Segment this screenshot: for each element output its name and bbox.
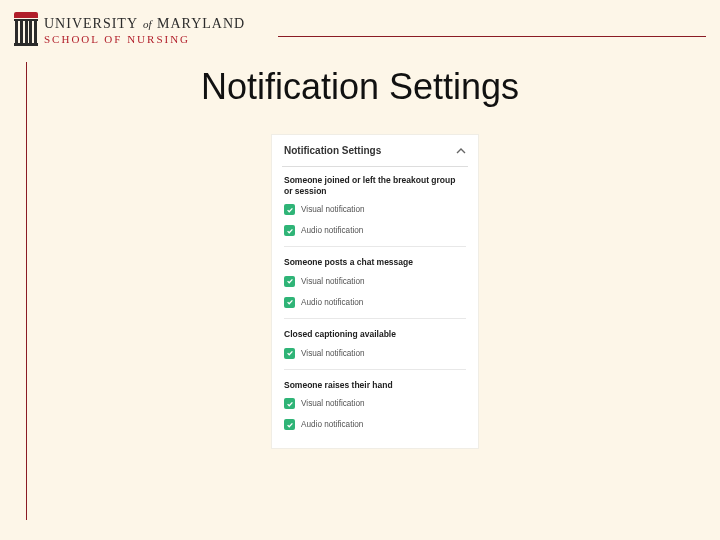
brand-university: UNIVERSITY bbox=[44, 16, 137, 31]
brand-line-2: SCHOOL OF NURSING bbox=[44, 34, 245, 46]
checkbox-checked-icon[interactable] bbox=[284, 419, 295, 430]
option-label: Visual notification bbox=[301, 399, 365, 408]
section-title: Someone joined or left the breakout grou… bbox=[284, 175, 466, 196]
section-joined-left: Someone joined or left the breakout grou… bbox=[284, 175, 466, 236]
checkbox-checked-icon[interactable] bbox=[284, 276, 295, 287]
checkbox-checked-icon[interactable] bbox=[284, 225, 295, 236]
panel-header[interactable]: Notification Settings bbox=[284, 145, 466, 162]
brand-lockup: UNIVERSITY of MARYLAND SCHOOL OF NURSING bbox=[14, 12, 706, 50]
option-label: Visual notification bbox=[301, 205, 365, 214]
option-audio[interactable]: Audio notification bbox=[284, 419, 466, 430]
brand-of: of bbox=[143, 18, 152, 30]
header-rule bbox=[278, 36, 706, 37]
section-divider bbox=[284, 369, 466, 370]
option-label: Visual notification bbox=[301, 277, 365, 286]
brand-text: UNIVERSITY of MARYLAND SCHOOL OF NURSING bbox=[44, 17, 245, 45]
section-title: Someone posts a chat message bbox=[284, 257, 466, 268]
option-label: Audio notification bbox=[301, 298, 363, 307]
checkbox-checked-icon[interactable] bbox=[284, 398, 295, 409]
column-logo-icon bbox=[14, 12, 38, 50]
checkbox-checked-icon[interactable] bbox=[284, 348, 295, 359]
section-divider bbox=[284, 318, 466, 319]
checkbox-checked-icon[interactable] bbox=[284, 204, 295, 215]
checkbox-checked-icon[interactable] bbox=[284, 297, 295, 308]
slide-header: UNIVERSITY of MARYLAND SCHOOL OF NURSING bbox=[14, 12, 706, 68]
section-raise-hand: Someone raises their hand Visual notific… bbox=[284, 380, 466, 431]
section-closed-captioning: Closed captioning available Visual notif… bbox=[284, 329, 466, 359]
option-audio[interactable]: Audio notification bbox=[284, 297, 466, 308]
option-label: Audio notification bbox=[301, 226, 363, 235]
left-rule bbox=[26, 62, 27, 520]
option-visual[interactable]: Visual notification bbox=[284, 204, 466, 215]
notification-settings-panel: Notification Settings Someone joined or … bbox=[272, 135, 478, 448]
panel-divider bbox=[282, 166, 468, 167]
section-divider bbox=[284, 246, 466, 247]
section-title: Closed captioning available bbox=[284, 329, 466, 340]
chevron-up-icon[interactable] bbox=[456, 146, 466, 156]
option-visual[interactable]: Visual notification bbox=[284, 348, 466, 359]
option-visual[interactable]: Visual notification bbox=[284, 398, 466, 409]
brand-maryland: MARYLAND bbox=[157, 16, 245, 31]
section-chat-message: Someone posts a chat message Visual noti… bbox=[284, 257, 466, 308]
option-label: Audio notification bbox=[301, 420, 363, 429]
option-audio[interactable]: Audio notification bbox=[284, 225, 466, 236]
page-title: Notification Settings bbox=[0, 66, 720, 108]
brand-line-1: UNIVERSITY of MARYLAND bbox=[44, 17, 245, 32]
section-title: Someone raises their hand bbox=[284, 380, 466, 391]
option-visual[interactable]: Visual notification bbox=[284, 276, 466, 287]
option-label: Visual notification bbox=[301, 349, 365, 358]
panel-title: Notification Settings bbox=[284, 145, 381, 156]
